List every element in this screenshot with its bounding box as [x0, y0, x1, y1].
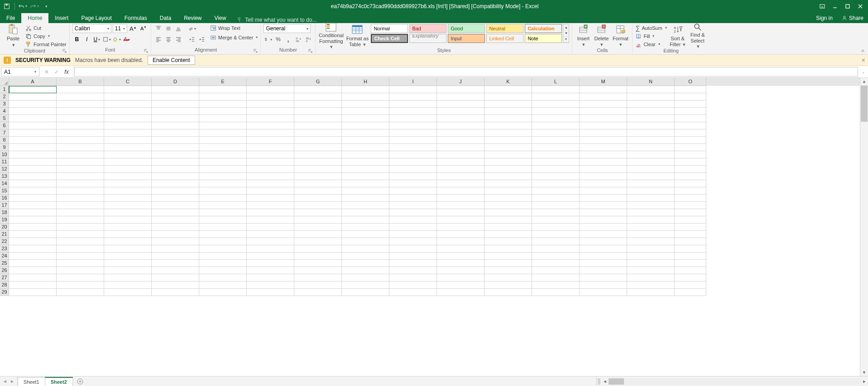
- cell[interactable]: [294, 202, 342, 209]
- cell[interactable]: [627, 289, 675, 296]
- cell[interactable]: [675, 122, 706, 129]
- cell[interactable]: [532, 231, 580, 238]
- cell[interactable]: [675, 216, 706, 224]
- cell[interactable]: [57, 202, 104, 209]
- cell[interactable]: [104, 180, 152, 187]
- cell[interactable]: [532, 180, 580, 187]
- cell[interactable]: [580, 187, 627, 195]
- row-header[interactable]: 1: [0, 86, 9, 93]
- row-header[interactable]: 27: [0, 274, 9, 281]
- cell[interactable]: [437, 100, 484, 108]
- cell[interactable]: [342, 289, 389, 296]
- formula-expand-icon[interactable]: ⌄: [859, 66, 868, 77]
- ribbon-display-icon[interactable]: [816, 1, 828, 11]
- cell[interactable]: [532, 115, 580, 122]
- cell[interactable]: [152, 115, 199, 122]
- row-header[interactable]: 6: [0, 122, 9, 129]
- cell[interactable]: [484, 166, 532, 173]
- cell[interactable]: [9, 224, 57, 231]
- cell[interactable]: [342, 122, 389, 129]
- cell[interactable]: [57, 267, 104, 274]
- cell[interactable]: [57, 238, 104, 245]
- cell[interactable]: [580, 151, 627, 158]
- cell[interactable]: [342, 216, 389, 224]
- cell[interactable]: [294, 158, 342, 166]
- style-linked-cell[interactable]: Linked Cell: [486, 34, 523, 43]
- align-top-button[interactable]: [154, 24, 163, 33]
- cell[interactable]: [627, 144, 675, 151]
- cell[interactable]: [675, 260, 706, 267]
- cell[interactable]: [294, 224, 342, 231]
- column-header[interactable]: A: [9, 78, 57, 86]
- cell[interactable]: [580, 195, 627, 202]
- cell[interactable]: [9, 238, 57, 245]
- cell[interactable]: [389, 245, 437, 253]
- cell[interactable]: [247, 173, 294, 180]
- row-header[interactable]: 11: [0, 158, 9, 166]
- cell[interactable]: [152, 86, 199, 93]
- cell[interactable]: [437, 216, 484, 224]
- cell[interactable]: [437, 281, 484, 289]
- column-header[interactable]: L: [532, 78, 580, 86]
- cell[interactable]: [675, 238, 706, 245]
- cell[interactable]: [532, 86, 580, 93]
- cell[interactable]: [389, 122, 437, 129]
- cell[interactable]: [675, 144, 706, 151]
- cell[interactable]: [627, 129, 675, 137]
- cell[interactable]: [627, 166, 675, 173]
- cell[interactable]: [437, 151, 484, 158]
- cell[interactable]: [104, 129, 152, 137]
- sheet-tab[interactable]: Sheet1: [18, 377, 45, 386]
- cell[interactable]: [627, 267, 675, 274]
- cell[interactable]: [247, 267, 294, 274]
- formula-cancel-icon[interactable]: ✕: [42, 68, 51, 76]
- cell[interactable]: [104, 173, 152, 180]
- cell[interactable]: [675, 224, 706, 231]
- cell[interactable]: [484, 253, 532, 260]
- cell[interactable]: [152, 151, 199, 158]
- column-header[interactable]: C: [104, 78, 152, 86]
- cell[interactable]: [57, 115, 104, 122]
- cell[interactable]: [484, 260, 532, 267]
- row-header[interactable]: 17: [0, 202, 9, 209]
- column-header[interactable]: G: [294, 78, 342, 86]
- cell[interactable]: [627, 93, 675, 100]
- style-check-cell[interactable]: Check Cell: [371, 34, 408, 43]
- cell[interactable]: [580, 245, 627, 253]
- cell[interactable]: [627, 173, 675, 180]
- clipboard-dialog-launcher[interactable]: [62, 49, 67, 54]
- sheet-nav-next[interactable]: ►: [10, 379, 14, 384]
- column-header[interactable]: H: [342, 78, 389, 86]
- cell[interactable]: [675, 209, 706, 216]
- format-painter-button[interactable]: Format Painter: [25, 40, 67, 48]
- cell[interactable]: [152, 253, 199, 260]
- cell[interactable]: [342, 144, 389, 151]
- cell[interactable]: [199, 158, 247, 166]
- cell[interactable]: [484, 151, 532, 158]
- cell[interactable]: [57, 158, 104, 166]
- cell[interactable]: [104, 144, 152, 151]
- row-header[interactable]: 10: [0, 151, 9, 158]
- accounting-format-button[interactable]: $▾: [264, 35, 273, 44]
- cell[interactable]: [437, 144, 484, 151]
- cell[interactable]: [580, 209, 627, 216]
- cell[interactable]: [199, 86, 247, 93]
- tab-view[interactable]: View: [208, 13, 233, 23]
- cell[interactable]: [342, 173, 389, 180]
- row-header[interactable]: 16: [0, 195, 9, 202]
- cell[interactable]: [484, 115, 532, 122]
- cell[interactable]: [342, 151, 389, 158]
- cell[interactable]: [484, 122, 532, 129]
- cell[interactable]: [437, 158, 484, 166]
- wrap-text-button[interactable]: Wrap Text: [210, 24, 258, 32]
- cell[interactable]: [580, 122, 627, 129]
- cell[interactable]: [580, 86, 627, 93]
- cell[interactable]: [389, 115, 437, 122]
- style-normal[interactable]: Normal: [371, 24, 408, 33]
- cell[interactable]: [437, 289, 484, 296]
- column-header[interactable]: M: [580, 78, 627, 86]
- cell[interactable]: [484, 195, 532, 202]
- cell[interactable]: [532, 238, 580, 245]
- cell[interactable]: [104, 100, 152, 108]
- cell[interactable]: [57, 224, 104, 231]
